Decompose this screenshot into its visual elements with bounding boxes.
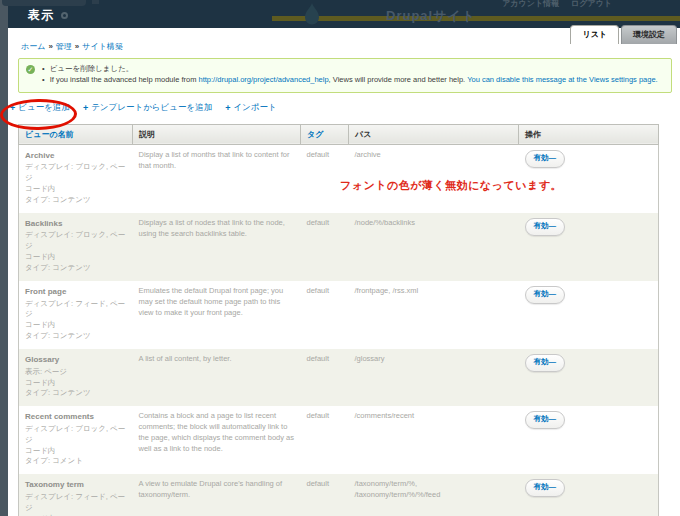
- view-name: Front page: [25, 286, 127, 298]
- status-help-part1: If you install the advanced help module …: [50, 75, 197, 84]
- view-path: /comments/recent: [349, 406, 519, 474]
- breadcrumb-home-link[interactable]: ホーム: [21, 42, 45, 51]
- view-description: Display a list of months that link to co…: [133, 144, 301, 213]
- status-item-help: • If you install the advanced help modul…: [42, 75, 658, 86]
- view-tag: default: [301, 281, 349, 349]
- breadcrumb-separator: »: [75, 42, 79, 51]
- breadcrumb-structure-link[interactable]: サイト構築: [82, 42, 123, 51]
- view-meta: ディスプレイ: ブロック, ページ コード内 タイプ: コンテンツ: [25, 162, 127, 206]
- view-tag: default: [301, 349, 349, 406]
- enable-button[interactable]: 有効—: [525, 411, 566, 429]
- views-table: ビューの名前 説明 タグ パス 操作 Archiveディスプレイ: ブロック, …: [18, 124, 659, 516]
- view-description: Contains a block and a page to list rece…: [133, 406, 301, 474]
- dimmed-page-edge: [0, 0, 8, 516]
- view-description: Displays a list of nodes that link to th…: [133, 213, 301, 281]
- drupal-logo-icon: [300, 2, 324, 28]
- account-info-link[interactable]: アカウント情報: [502, 0, 559, 9]
- enable-button[interactable]: 有効—: [525, 479, 566, 497]
- toolbar-remnant: [2, 0, 86, 6]
- column-header-operations: 操作: [519, 124, 659, 144]
- table-row-taxonomy-term: Taxonomy termディスプレイ: フィード, ページ コード内 タイプ:…: [19, 474, 659, 516]
- table-row-glossary: Glossary表示: ページ コード内 タイプ: コンテンツ A list o…: [19, 349, 659, 406]
- page-title: 表示: [28, 7, 68, 24]
- logout-link[interactable]: ログアウト: [571, 0, 612, 9]
- view-name: Glossary: [25, 354, 127, 366]
- table-row-archive: Archiveディスプレイ: ブロック, ページ コード内 タイプ: コンテンツ…: [19, 144, 659, 213]
- site-name: Drupalサイト: [386, 7, 476, 25]
- column-header-tag: タグ: [301, 124, 349, 144]
- view-name: Recent comments: [25, 411, 127, 423]
- plus-icon: +: [83, 103, 88, 113]
- tab-settings[interactable]: 環境設定: [621, 25, 677, 44]
- view-tag: default: [301, 474, 349, 516]
- view-name: Backlinks: [25, 218, 127, 230]
- view-tag: default: [301, 406, 349, 474]
- action-links: +ビューを追加 +テンプレートからビューを追加 +インポート: [10, 102, 670, 114]
- view-path: /glossary: [349, 349, 519, 406]
- column-header-description: 説明: [133, 124, 301, 144]
- view-path: /node/%/backlinks: [349, 213, 519, 281]
- account-links: アカウント情報 ログアウト: [502, 0, 612, 9]
- view-name: Taxonomy term: [25, 479, 127, 491]
- status-check-icon: ✓: [26, 65, 35, 74]
- table-header-row: ビューの名前 説明 タグ パス 操作: [19, 124, 659, 144]
- status-item-deleted: • ビューを削除しました。: [42, 64, 658, 75]
- view-path: /taxonomy/term/%, /taxonomy/term/%/%/fee…: [349, 474, 519, 516]
- status-deleted-text: ビューを削除しました。: [50, 64, 134, 75]
- table-row-front-page: Front pageディスプレイ: フィード, ページ コード内 タイプ: コン…: [19, 281, 659, 349]
- add-view-from-template-link[interactable]: +テンプレートからビューを追加: [83, 102, 212, 114]
- status-help-text: If you install the advanced help module …: [50, 75, 658, 86]
- red-annotation-text: フォントの色が薄く無効になっています。: [340, 178, 562, 193]
- view-tag: default: [301, 213, 349, 281]
- status-items: • ビューを削除しました。 • If you install the advan…: [42, 64, 658, 86]
- enable-button[interactable]: 有効—: [525, 218, 566, 236]
- view-description: Emulates the default Drupal front page; …: [133, 281, 301, 349]
- view-description: A list of all content, by letter.: [133, 349, 301, 406]
- add-from-template-label: テンプレートからビューを追加: [91, 102, 212, 114]
- column-header-path: パス: [349, 124, 519, 144]
- primary-tabs: リスト 環境設定: [570, 25, 677, 44]
- sort-by-tag-link[interactable]: タグ: [307, 130, 323, 139]
- page-title-label: 表示: [28, 7, 54, 24]
- advanced-help-link[interactable]: http://drupal.org/project/advanced_help: [199, 75, 329, 84]
- view-path: /frontpage, /rss.xml: [349, 281, 519, 349]
- table-row-backlinks: Backlinksディスプレイ: ブロック, ページ コード内 タイプ: コンテ…: [19, 213, 659, 281]
- breadcrumb-separator: »: [48, 42, 52, 51]
- import-label: インポート: [233, 102, 276, 114]
- view-description: A view to emulate Drupal core's handling…: [133, 474, 301, 516]
- plus-icon: +: [225, 103, 230, 113]
- enable-button[interactable]: 有効—: [525, 354, 566, 372]
- sort-by-name-link[interactable]: ビューの名前: [25, 130, 74, 139]
- views-settings-link[interactable]: You can disable this message at the View…: [467, 75, 658, 84]
- breadcrumb-admin-link[interactable]: 管理: [56, 42, 72, 51]
- toolbar-remnant-dot: [92, 0, 99, 4]
- view-meta: ディスプレイ: ブロック, ページ コード内 タイプ: コメント: [25, 424, 127, 468]
- status-help-part2: , Views will provide more and better hel…: [329, 75, 466, 84]
- import-link[interactable]: +インポート: [225, 102, 277, 114]
- bullet: •: [42, 75, 45, 86]
- help-icon[interactable]: [61, 12, 68, 19]
- tab-list[interactable]: リスト: [570, 25, 619, 44]
- view-name: Archive: [25, 150, 127, 162]
- overlay-content: ホーム»管理»サイト構築 ✓ • ビューを削除しました。 • If you in…: [8, 28, 680, 516]
- view-meta: ディスプレイ: フィード, ページ コード内 タイプ: コンテンツ: [25, 492, 127, 516]
- bullet: •: [42, 64, 45, 75]
- views-admin-screen: 表示 Drupalサイト アカウント情報 ログアウト リスト 環境設定 ホーム»…: [0, 0, 680, 516]
- overlay-header-band: 表示 Drupalサイト アカウント情報 ログアウト: [8, 0, 680, 28]
- enable-button[interactable]: 有効—: [525, 286, 566, 304]
- enable-button[interactable]: 有効—: [525, 150, 566, 168]
- view-meta: 表示: ページ コード内 タイプ: コンテンツ: [25, 367, 127, 400]
- table-row-recent-comments: Recent commentsディスプレイ: ブロック, ページ コード内 タイ…: [19, 406, 659, 474]
- view-meta: ディスプレイ: フィード, ページ コード内 タイプ: コンテンツ: [25, 299, 127, 343]
- view-meta: ディスプレイ: ブロック, ページ コード内 タイプ: コンテンツ: [25, 230, 127, 274]
- status-message-box: ✓ • ビューを削除しました。 • If you install the adv…: [18, 58, 672, 93]
